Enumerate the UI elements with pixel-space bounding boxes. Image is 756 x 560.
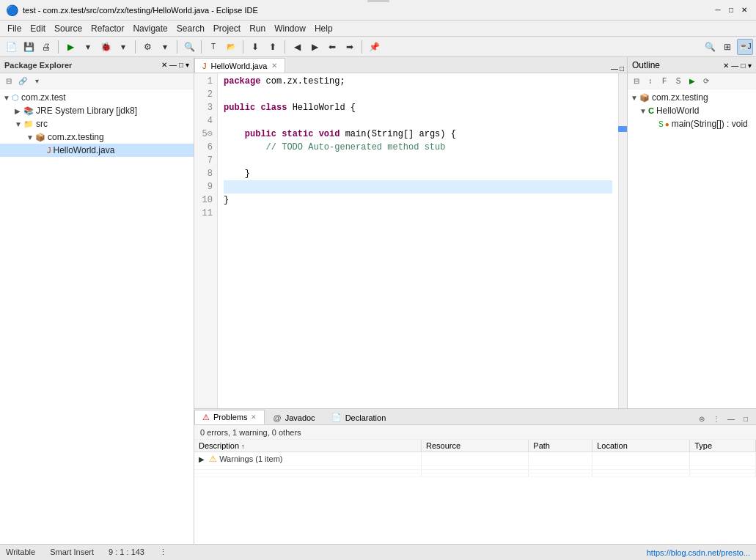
th-description[interactable]: Description ↑ [194, 440, 421, 452]
tree-item-jre[interactable]: ▶ 📚 JRE System Library [jdk8] [0, 104, 194, 117]
outline-sync[interactable]: ⟳ [700, 75, 712, 87]
prev-edit-location[interactable]: ◀ [289, 39, 305, 55]
debug-button[interactable]: 🐞 [98, 39, 114, 55]
outline-tree: ▼ 📦 com.zx.testing ▼ C HelloWorld ▶ S [628, 89, 756, 408]
pe-controls: ✕ — □ ▾ [161, 61, 189, 69]
line-num-7: 7 [194, 154, 213, 167]
label-HelloWorld.java: HelloWorld.java [54, 145, 115, 155]
outline-item-method[interactable]: ▶ S ● main(String[]) : void [628, 117, 756, 130]
src-folder-icon: 📁 [23, 119, 34, 129]
pe-minimize[interactable]: — [169, 61, 177, 69]
back-button[interactable]: ⬅ [324, 39, 340, 55]
maximize-panel-button[interactable]: □ [740, 413, 752, 424]
status-writable: Writable [6, 548, 35, 557]
build-dropdown[interactable]: ▾ [157, 39, 173, 55]
outline-hide-fields[interactable]: F [658, 75, 670, 87]
menu-source[interactable]: Source [50, 22, 87, 35]
problems-tab-close[interactable]: ✕ [251, 413, 257, 421]
pe-link-editor[interactable]: 🔗 [17, 75, 29, 87]
debug-dropdown[interactable]: ▾ [115, 39, 131, 55]
filter-button[interactable]: ⊜ [696, 413, 708, 424]
run-dropdown[interactable]: ▾ [80, 39, 96, 55]
menu-project[interactable]: Project [209, 22, 245, 35]
tab-filename: HelloWorld.java [211, 62, 268, 70]
outline-label-class: HelloWorld [656, 106, 699, 116]
pe-view-menu[interactable]: ▾ [31, 75, 43, 87]
next-edit-location[interactable]: ▶ [307, 39, 323, 55]
next-annotation[interactable]: ⬇ [247, 39, 263, 55]
code-area[interactable]: package com.zx.testing; public class Hel… [218, 73, 618, 408]
tab-javadoc[interactable]: @ Javadoc [265, 410, 323, 424]
outline-close[interactable]: ✕ [723, 62, 729, 70]
search-toolbar-button[interactable]: 🔍 [702, 39, 718, 55]
tab-problems[interactable]: ⚠ Problems ✕ [194, 410, 265, 424]
java-perspective[interactable]: ☕J [737, 39, 753, 55]
th-resource[interactable]: Resource [421, 440, 528, 452]
pe-collapse-all[interactable]: ⊟ [3, 75, 15, 87]
pe-menu[interactable]: ▾ [186, 61, 189, 69]
menu-window[interactable]: Window [270, 22, 310, 35]
outline-minimize[interactable]: — [731, 62, 738, 70]
perspectives-button[interactable]: ⊞ [719, 39, 735, 55]
tab-declaration[interactable]: 📄 Declaration [323, 410, 394, 424]
save-button[interactable]: 💾 [21, 39, 37, 55]
outline-class-icon: C [648, 106, 654, 115]
pin-editor[interactable]: 📌 [366, 39, 382, 55]
td-resource [421, 452, 528, 466]
status-website[interactable]: https://blog.csdn.net/presto... [647, 548, 750, 557]
tab-close-button[interactable]: ✕ [271, 62, 277, 70]
run-button[interactable]: ▶ [62, 39, 78, 55]
minimize-button[interactable]: ─ [712, 4, 724, 16]
editor-tab-HelloWorld[interactable]: J HelloWorld.java ✕ [194, 58, 285, 73]
new-button[interactable]: 📄 [3, 39, 19, 55]
prev-annotation[interactable]: ⬆ [265, 39, 281, 55]
close-button[interactable]: ✕ [738, 4, 750, 16]
th-path[interactable]: Path [529, 440, 592, 452]
maximize-button[interactable]: □ [725, 4, 737, 16]
pe-tab-close[interactable]: ✕ [161, 61, 167, 69]
open-resource-button[interactable]: 📂 [223, 39, 239, 55]
bottom-panel: ⚠ Problems ✕ @ Javadoc 📄 Declaration [194, 408, 756, 544]
warnings-label: Warnings (1 item) [219, 454, 282, 463]
menu-search[interactable]: Search [172, 22, 209, 35]
print-button[interactable]: 🖨 [38, 39, 54, 55]
editor-minimize[interactable]: — [611, 65, 618, 73]
tree-item-HelloWorld.java[interactable]: ▶ J HelloWorld.java [0, 144, 194, 157]
tree-item-src[interactable]: ▼ 📁 src [0, 117, 194, 130]
view-menu-button[interactable]: ⋮ [711, 413, 722, 424]
outline-access-icon: S [658, 120, 664, 128]
pe-maximize[interactable]: □ [179, 61, 183, 69]
forward-button[interactable]: ➡ [342, 39, 358, 55]
outline-collapse-all[interactable]: ⊟ [631, 75, 642, 87]
expand-warnings[interactable]: ▶ [199, 455, 205, 463]
outline-sort[interactable]: ↕ [645, 75, 656, 87]
minimize-panel-button[interactable]: — [725, 413, 737, 424]
search-button[interactable]: 🔍 [181, 39, 197, 55]
outline-item-package[interactable]: ▼ 📦 com.zx.testing [628, 91, 756, 104]
editor-right-gutter [618, 73, 627, 408]
tree-item-com.zx.test[interactable]: ▼ ⬡ com.zx.test [0, 91, 194, 104]
outline-run[interactable]: ▶ [686, 75, 698, 87]
code-line-10: } [224, 194, 612, 207]
table-row-empty-3 [194, 474, 756, 477]
th-type[interactable]: Type [690, 440, 756, 452]
menu-file[interactable]: File [3, 22, 26, 35]
menu-navigate[interactable]: Navigate [128, 22, 172, 35]
status-position-icon[interactable]: ⋮ [159, 548, 167, 557]
outline-menu[interactable]: ▾ [748, 62, 752, 70]
menu-refactor[interactable]: Refactor [87, 22, 128, 35]
menu-help[interactable]: Help [310, 22, 337, 35]
menu-edit[interactable]: Edit [26, 22, 50, 35]
th-location[interactable]: Location [592, 440, 690, 452]
outline-hide-static[interactable]: S [672, 75, 684, 87]
open-type-button[interactable]: T [205, 39, 221, 55]
build-button[interactable]: ⚙ [139, 39, 155, 55]
outline-maximize[interactable]: □ [741, 62, 746, 70]
outline-item-class[interactable]: ▼ C HelloWorld [628, 104, 756, 117]
editor-maximize[interactable]: □ [620, 65, 624, 73]
tree-item-com.zx.testing[interactable]: ▼ 📦 com.zx.testing [0, 130, 194, 144]
javadoc-tab-label: Javadoc [285, 413, 315, 422]
menu-run[interactable]: Run [245, 22, 270, 35]
table-row-warnings[interactable]: ▶ ⚠ Warnings (1 item) [194, 452, 756, 466]
drag-handle[interactable] [367, 0, 389, 2]
